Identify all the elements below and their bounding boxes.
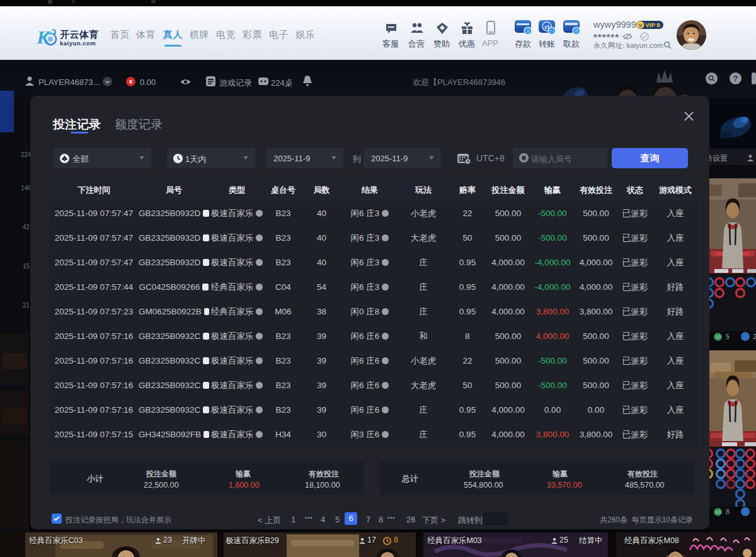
svg-text:↑: ↑	[575, 28, 578, 34]
svg-text:VIP 9: VIP 9	[645, 21, 660, 28]
svg-text:V: V	[639, 23, 643, 28]
svg-text:↓: ↓	[527, 28, 529, 34]
svg-text:?: ?	[733, 74, 738, 83]
svg-text:¥: ¥	[129, 79, 132, 85]
